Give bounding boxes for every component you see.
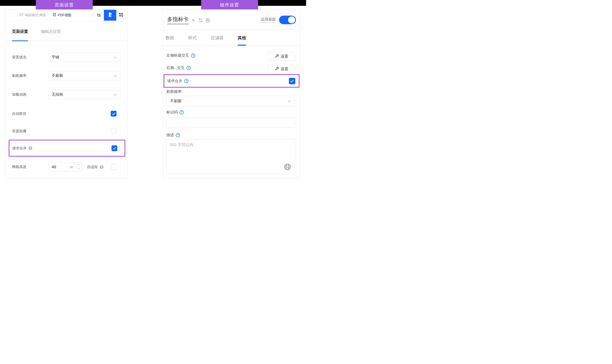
request-merge-label-text: 请求合并: [12, 146, 27, 151]
try-new-version-link[interactable]: 试用新版: [261, 17, 276, 23]
loading-animation-row: 加载动画 无动画: [5, 90, 127, 99]
loading-animation-select[interactable]: 无动画: [48, 90, 120, 99]
component-title[interactable]: 多指标卡: [167, 16, 189, 24]
tab-page-settings[interactable]: 页面设置: [12, 29, 28, 41]
refresh-rate-value: 不刷新: [52, 73, 63, 78]
background-fill-select[interactable]: 平铺: [48, 53, 120, 62]
request-merge-checkbox[interactable]: [289, 78, 295, 84]
settings-button-label: 设置: [281, 66, 288, 72]
loading-animation-label: 加载动画: [12, 92, 27, 97]
chart-axis-tool-button[interactable]: [94, 10, 104, 21]
description-label-text: 描述: [166, 133, 174, 137]
new-version-toggle[interactable]: [279, 16, 296, 24]
description-label: 描述 ?: [166, 133, 180, 137]
wrench-icon: [275, 67, 279, 72]
settings-button-label: 设置: [281, 54, 288, 59]
page-settings-form: 背景填充 平铺 刷新频率 不刷新 加载动画 无动画: [5, 41, 127, 179]
responsive-mode-icon: [20, 13, 23, 17]
sort-icon[interactable]: [191, 18, 196, 22]
help-icon[interactable]: ?: [186, 66, 191, 70]
stepper-down-button[interactable]: [75, 167, 82, 171]
grid-height-unit: px: [70, 163, 73, 171]
help-icon[interactable]: ?: [180, 110, 184, 115]
refresh-rate-row: 刷新频率 不刷新: [5, 71, 127, 80]
background-fill-value: 平铺: [52, 55, 59, 60]
toggle-knob: [288, 16, 295, 23]
autosave-checkbox[interactable]: [111, 111, 117, 117]
page-settings-tag: 页面设置: [36, 0, 93, 10]
autosave-row: 自动暂存: [5, 109, 127, 118]
left-title-interaction-text: 左侧标题交互: [166, 53, 189, 58]
description-textarea[interactable]: [166, 139, 295, 174]
request-merge-label-text: 请求合并: [167, 79, 182, 83]
pdf-view-label: PDF视图: [58, 13, 71, 17]
responsive-mode-label: 响应模式:网页: [25, 13, 46, 17]
help-icon[interactable]: ?: [100, 165, 104, 169]
identifier-input[interactable]: [166, 117, 295, 128]
refresh-rate-label: 刷新频率: [12, 73, 27, 78]
component-settings-tag: 组件设置: [201, 0, 258, 10]
left-title-interaction-label: 左侧标题交互 ?: [166, 53, 195, 58]
grid-height-stepper: [75, 163, 82, 171]
right-title-interaction-settings-button[interactable]: 设置: [268, 65, 295, 73]
right-title-interaction-text: 右侧...交互: [166, 66, 185, 70]
component-title-icons: [191, 18, 210, 23]
chevron-down-icon: [114, 92, 117, 97]
responsive-mode-button[interactable]: 响应模式:网页: [20, 13, 46, 17]
component-other-form: 左侧标题交互 ? 设置 右侧...交互 ? 设置: [163, 46, 300, 178]
request-merge-highlight-box: 请求合并 ?: [164, 74, 299, 88]
doc-search-icon: [107, 12, 113, 18]
tab-other[interactable]: 其他: [238, 30, 246, 45]
help-icon[interactable]: ?: [184, 79, 188, 83]
adaptive-label-group: 自适应 ?: [87, 165, 104, 169]
expand-layout-button[interactable]: [116, 10, 126, 21]
request-merge-checkbox[interactable]: [111, 145, 117, 151]
refresh-rate-label: 刷新频率: [166, 90, 182, 94]
refresh-rate-select[interactable]: 不刷新: [166, 96, 295, 106]
page-preview-button-active[interactable]: [104, 10, 116, 21]
grid-height-input[interactable]: [48, 163, 63, 171]
refresh-rate-select[interactable]: 不刷新: [48, 71, 120, 80]
tab-edit-state-settings[interactable]: 编辑态设置: [41, 29, 61, 41]
container-carousel-row: 容器轮播: [5, 127, 127, 136]
doc-search-icon[interactable]: [205, 18, 210, 23]
identifier-label: 标识码 ?: [166, 110, 184, 115]
right-title-interaction-label: 右侧...交互 ?: [166, 66, 191, 70]
pdf-view-icon: [53, 13, 56, 17]
container-carousel-label: 容器轮播: [12, 129, 27, 133]
canvas-toolbar: 响应模式:网页 PDF视图: [5, 10, 127, 21]
background-fill-row: 背景填充 平铺: [5, 53, 127, 62]
refresh-rate-value: 不刷新: [170, 98, 182, 104]
chart-cursor-icon: [97, 13, 102, 18]
tab-style[interactable]: 样式: [188, 30, 197, 45]
component-header: 多指标卡 试用新版: [163, 10, 300, 30]
help-icon[interactable]: ?: [28, 146, 32, 150]
pdf-view-button[interactable]: PDF视图: [53, 13, 71, 17]
wrench-icon: [275, 54, 279, 59]
help-icon[interactable]: ?: [191, 53, 195, 58]
loading-animation-value: 无动画: [52, 92, 63, 97]
request-merge-label: 请求合并 ?: [12, 146, 32, 151]
globe-icon[interactable]: [283, 163, 292, 171]
request-merge-label: 请求合并 ?: [167, 79, 188, 83]
container-carousel-checkbox[interactable]: [111, 128, 117, 134]
left-panel-tabs: 页面设置 编辑态设置: [5, 21, 127, 41]
help-icon[interactable]: ?: [176, 133, 180, 137]
refresh-icon[interactable]: [198, 18, 203, 23]
request-merge-highlight-box: 请求合并 ?: [9, 140, 125, 157]
chevron-down-icon: [114, 73, 117, 78]
autosave-label: 自动暂存: [12, 111, 27, 116]
component-settings-panel: 多指标卡 试用新版 数据 样式 过滤器 其他: [163, 9, 300, 178]
stepper-up-button[interactable]: [75, 163, 82, 167]
tab-filter[interactable]: 过滤器: [211, 30, 223, 45]
adaptive-checkbox[interactable]: [111, 164, 117, 170]
tab-data[interactable]: 数据: [166, 30, 174, 45]
grid-height-input-group: px: [48, 162, 82, 171]
left-title-interaction-settings-button[interactable]: 设置: [268, 52, 295, 61]
grid-height-label: 网格高度: [12, 165, 27, 169]
chevron-down-icon: [114, 55, 117, 59]
background-fill-label: 背景填充: [12, 55, 27, 60]
page-settings-panel: 响应模式:网页 PDF视图: [5, 9, 128, 179]
expand-icon: [119, 13, 123, 18]
screenshot-stage: 页面设置 组件设置 响应模式:网页 PDF视图: [0, 0, 306, 182]
